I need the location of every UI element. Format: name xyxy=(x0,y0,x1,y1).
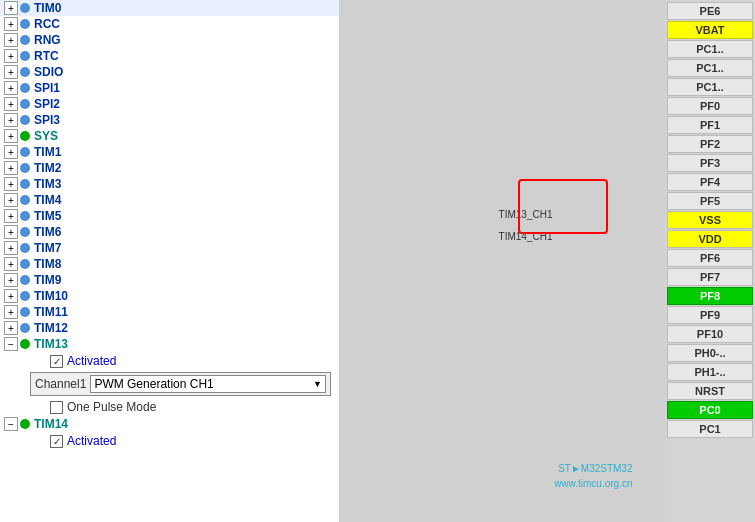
expand-spi1[interactable] xyxy=(4,81,18,95)
pin-PF10[interactable]: PF10 xyxy=(667,325,753,343)
tim13-activated-label: Activated xyxy=(67,354,116,368)
tim6-label: TIM6 xyxy=(34,225,61,239)
tim9-label: TIM9 xyxy=(34,273,61,287)
tree-item-tim13[interactable]: TIM13 xyxy=(0,336,339,352)
expand-tim8[interactable] xyxy=(4,257,18,271)
tree-item-spi2[interactable]: SPI2 xyxy=(0,96,339,112)
tim13-ch1-chip-label: TIM13_CH1 xyxy=(499,209,553,220)
pin-PF9[interactable]: PF9 xyxy=(667,306,753,324)
expand-tim0[interactable] xyxy=(4,1,18,15)
pin-panel[interactable]: PE6 VBAT PC1.. PC1.. PC1.. PF0 PF1 PF2 P… xyxy=(665,0,755,522)
expand-tim11[interactable] xyxy=(4,305,18,319)
tim13-activated-checkbox[interactable] xyxy=(50,355,63,368)
pin-VDD[interactable]: VDD xyxy=(667,230,753,248)
expand-tim9[interactable] xyxy=(4,273,18,287)
pin-PC1-1[interactable]: PC1.. xyxy=(667,40,753,58)
pin-PF4[interactable]: PF4 xyxy=(667,173,753,191)
tree-item-sdio[interactable]: SDIO xyxy=(0,64,339,80)
expand-tim13[interactable] xyxy=(4,337,18,351)
tree-item-tim4[interactable]: TIM4 xyxy=(0,192,339,208)
pin-PF7[interactable]: PF7 xyxy=(667,268,753,286)
expand-tim7[interactable] xyxy=(4,241,18,255)
pin-PF3[interactable]: PF3 xyxy=(667,154,753,172)
dot-icon-tim10 xyxy=(20,291,30,301)
pin-PH1[interactable]: PH1-.. xyxy=(667,363,753,381)
tree-item-rtc[interactable]: RTC xyxy=(0,48,339,64)
pin-PF0[interactable]: PF0 xyxy=(667,97,753,115)
tree-item-sys[interactable]: SYS xyxy=(0,128,339,144)
expand-tim6[interactable] xyxy=(4,225,18,239)
watermark-line2: www.timcu.org.cn xyxy=(554,476,632,491)
pin-PH0[interactable]: PH0-.. xyxy=(667,344,753,362)
dot-icon-tim14 xyxy=(20,419,30,429)
tree-item-rng[interactable]: RNG xyxy=(0,32,339,48)
tree-panel[interactable]: TIM0 RCC RNG RTC SDIO SPI1 SPI2 SPI3 xyxy=(0,0,340,522)
expand-tim1[interactable] xyxy=(4,145,18,159)
tim13-channel-row: Channel1 PWM Generation CH1 ▼ xyxy=(30,372,331,396)
sdio-label: SDIO xyxy=(34,65,63,79)
pin-PE6[interactable]: PE6 xyxy=(667,2,753,20)
tim7-label: TIM7 xyxy=(34,241,61,255)
pin-PC1-3[interactable]: PC1.. xyxy=(667,78,753,96)
expand-sdio[interactable] xyxy=(4,65,18,79)
pin-PC1-bottom[interactable]: PC1 xyxy=(667,420,753,438)
pin-PF2[interactable]: PF2 xyxy=(667,135,753,153)
tree-item-tim14[interactable]: TIM14 xyxy=(0,416,339,432)
expand-rcc[interactable] xyxy=(4,17,18,31)
tree-item-tim9[interactable]: TIM9 xyxy=(0,272,339,288)
pin-NRST[interactable]: NRST xyxy=(667,382,753,400)
expand-rng[interactable] xyxy=(4,33,18,47)
expand-rtc[interactable] xyxy=(4,49,18,63)
dot-icon-tim7 xyxy=(20,243,30,253)
expand-sys[interactable] xyxy=(4,129,18,143)
expand-spi3[interactable] xyxy=(4,113,18,127)
pin-PF5[interactable]: PF5 xyxy=(667,192,753,210)
tree-item-tim10[interactable]: TIM10 xyxy=(0,288,339,304)
expand-spi2[interactable] xyxy=(4,97,18,111)
expand-tim10[interactable] xyxy=(4,289,18,303)
tim13-pulse-checkbox[interactable] xyxy=(50,401,63,414)
tree-item-tim5[interactable]: TIM5 xyxy=(0,208,339,224)
expand-tim3[interactable] xyxy=(4,177,18,191)
pin-VBAT[interactable]: VBAT xyxy=(667,21,753,39)
tree-item-tim12[interactable]: TIM12 xyxy=(0,320,339,336)
expand-tim12[interactable] xyxy=(4,321,18,335)
pin-PF8[interactable]: PF8 xyxy=(667,287,753,305)
dot-icon-tim4 xyxy=(20,195,30,205)
expand-tim4[interactable] xyxy=(4,193,18,207)
chip-area: TIM13_CH1 TIM14_CH1 ST►M32STM32 www.timc… xyxy=(340,0,665,522)
tim1-label: TIM1 xyxy=(34,145,61,159)
pin-PC0[interactable]: PC0 xyxy=(667,401,753,419)
watermark-line1: ST►M32STM32 xyxy=(554,461,632,476)
tree-item-tim8[interactable]: TIM8 xyxy=(0,256,339,272)
expand-tim2[interactable] xyxy=(4,161,18,175)
expand-tim14[interactable] xyxy=(4,417,18,431)
rng-label: RNG xyxy=(34,33,61,47)
tree-item-tim11[interactable]: TIM11 xyxy=(0,304,339,320)
tree-item-spi1[interactable]: SPI1 xyxy=(0,80,339,96)
tree-item-tim3[interactable]: TIM3 xyxy=(0,176,339,192)
tree-item-tim6[interactable]: TIM6 xyxy=(0,224,339,240)
tim13-pulse-label: One Pulse Mode xyxy=(67,400,156,414)
tree-item-tim7[interactable]: TIM7 xyxy=(0,240,339,256)
dot-icon-rng xyxy=(20,35,30,45)
pin-PF1[interactable]: PF1 xyxy=(667,116,753,134)
dot-icon-rtc xyxy=(20,51,30,61)
tim14-activated-row: Activated xyxy=(0,432,339,450)
pin-PC1-2[interactable]: PC1.. xyxy=(667,59,753,77)
tree-item-spi3[interactable]: SPI3 xyxy=(0,112,339,128)
dot-icon-tim12 xyxy=(20,323,30,333)
tree-item-tim1[interactable]: TIM1 xyxy=(0,144,339,160)
tim13-activated-row: Activated xyxy=(0,352,339,370)
expand-tim5[interactable] xyxy=(4,209,18,223)
pin-VSS[interactable]: VSS xyxy=(667,211,753,229)
tree-item-rcc[interactable]: RCC xyxy=(0,16,339,32)
tree-item-tim2[interactable]: TIM2 xyxy=(0,160,339,176)
tim13-channel-select[interactable]: PWM Generation CH1 ▼ xyxy=(90,375,326,393)
pin-PF6[interactable]: PF6 xyxy=(667,249,753,267)
tree-item-tim0[interactable]: TIM0 xyxy=(0,0,339,16)
channel-dropdown-arrow: ▼ xyxy=(313,379,322,389)
dot-icon-tim2 xyxy=(20,163,30,173)
sys-label: SYS xyxy=(34,129,58,143)
tim14-activated-checkbox[interactable] xyxy=(50,435,63,448)
